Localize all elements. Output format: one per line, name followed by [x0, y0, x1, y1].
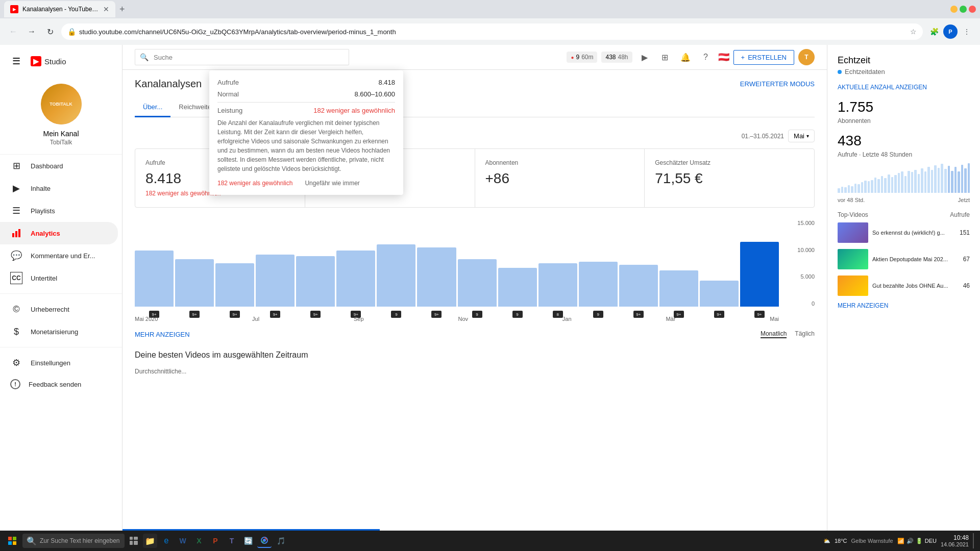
back-button[interactable]: ← — [6, 24, 20, 39]
active-tab[interactable]: ▶ Kanalanalysen - YouTube Studio ✕ — [4, 1, 115, 17]
taskbar-file-explorer-button[interactable]: 📁 — [143, 534, 157, 548]
sidebar-nav: ⊞ Dashboard ▶ Inhalte ☰ Playlists — [0, 155, 122, 531]
sidebar-item-analytics[interactable]: Analytics — [0, 222, 118, 244]
chart-container: 15.000 10.000 5.000 0 9+9+9+9+9+9+99+998… — [135, 220, 815, 322]
top-video-thumb-1 — [838, 222, 868, 243]
tab-close-button[interactable]: ✕ — [103, 5, 109, 13]
help-button[interactable]: ? — [698, 49, 714, 65]
toggle-taeglich[interactable]: Täglich — [795, 330, 815, 338]
mehr-anzeigen-button[interactable]: MEHR ANZEIGEN — [135, 331, 190, 338]
windows-start-button[interactable] — [4, 533, 20, 549]
chart-bar-5[interactable]: 9+ — [336, 251, 375, 307]
mini-bar-28 — [931, 170, 934, 193]
chart-bar-0[interactable]: 9+ — [135, 251, 174, 307]
chart-bar-10[interactable]: 8 — [538, 263, 577, 307]
sidebar-item-untertitel[interactable]: CC Untertitel — [0, 267, 122, 289]
reload-button[interactable]: ↻ — [43, 24, 57, 39]
taskbar-chrome-button[interactable] — [257, 534, 272, 548]
mini-bar-30 — [938, 168, 940, 193]
more-button[interactable]: ⋮ — [960, 24, 974, 39]
search-input[interactable] — [135, 49, 349, 65]
subscriber-label: Abonnenten — [838, 117, 970, 124]
chart-bar-4[interactable]: 9+ — [296, 256, 335, 307]
address-bar[interactable]: 🔒 studio.youtube.com/channel/UC6N5u-OiGz… — [61, 23, 923, 40]
taskbar-unknown1-button[interactable]: 🔄 — [241, 534, 255, 548]
channel-handle: TobiTalk — [50, 139, 72, 146]
create-button[interactable]: + ERSTELLEN — [733, 50, 794, 65]
erweiterter-modus-button[interactable]: ERWEITERTER MODUS — [740, 80, 815, 88]
extensions-button[interactable]: 🧩 — [927, 24, 941, 39]
chart-bar-14[interactable]: 9+ — [700, 281, 739, 307]
thumb-img-2 — [838, 249, 868, 269]
sidebar-item-einstellungen[interactable]: ⚙ Einstellungen — [0, 352, 122, 374]
mini-bar-22 — [911, 172, 914, 193]
taskbar-word-button[interactable]: W — [176, 534, 190, 548]
date-range-text: 01.–31.05.2021 — [742, 133, 784, 140]
sidebar-item-playlists[interactable]: ☰ Playlists — [0, 199, 122, 222]
umsatz-label: Geschätzter Umsatz — [655, 159, 804, 166]
chart-bar-15[interactable]: 9+ — [740, 242, 779, 307]
taskbar-search-button[interactable]: 🔍 Zur Suche Text hier eingeben — [22, 534, 125, 548]
taskbar-unknown2-button[interactable]: 🎵 — [274, 534, 288, 548]
grid-button[interactable]: ⊞ — [657, 49, 673, 65]
notifications-button[interactable]: 🔔 — [677, 49, 694, 65]
toggle-monatlich[interactable]: Monatlich — [761, 330, 787, 338]
avatar[interactable]: TOBITALK — [41, 84, 82, 124]
sidebar-item-urheberrecht[interactable]: © Urheberrecht — [0, 298, 122, 320]
chart-bar-7[interactable]: 9+ — [417, 247, 456, 307]
sidebar-item-dashboard[interactable]: ⊞ Dashboard — [0, 155, 122, 177]
urheberrecht-icon: © — [10, 303, 22, 315]
top-video-item-2[interactable]: Aktien Depotupdate Mai 202... 67 — [838, 249, 970, 269]
chart-bar-11[interactable]: 9 — [579, 262, 618, 307]
taskbar-powerpoint-button[interactable]: P — [208, 534, 223, 548]
sidebar-menu-button[interactable]: ☰ — [8, 53, 24, 69]
new-tab-button[interactable]: + — [115, 2, 129, 17]
chart-bar-6[interactable]: 9 — [377, 244, 415, 307]
svg-rect-10 — [134, 541, 138, 545]
chart-bar-9[interactable]: 9 — [498, 268, 537, 307]
tab-uebersicht[interactable]: Über... — [135, 98, 170, 117]
taskbar-teams-button[interactable]: T — [225, 534, 239, 548]
umsatz-value: 71,55 € — [655, 170, 804, 187]
chart-bar-12[interactable]: 9+ — [619, 265, 658, 307]
close-window-button[interactable] — [969, 6, 976, 13]
bookmark-star-icon[interactable]: ☆ — [910, 28, 917, 36]
show-desktop-button[interactable] — [973, 533, 976, 548]
maximize-button[interactable] — [960, 6, 967, 13]
sidebar: ☰ ▶ Studio TOBITALK Mein Kanal TobiTalk … — [0, 45, 122, 531]
chart-bar-3[interactable]: 9+ — [256, 255, 295, 307]
chart-bar-1[interactable]: 9+ — [175, 259, 214, 307]
chart-bar-2[interactable]: 9+ — [215, 263, 254, 307]
chart-section: 15.000 10.000 5.000 0 9+9+9+9+9+9+99+998… — [135, 220, 815, 338]
video-button[interactable]: ▶ — [636, 49, 653, 65]
top-video-item-1[interactable]: So erkennst du (wirklich!) g... 151 — [838, 222, 970, 243]
mehr-anzeigen-right-button[interactable]: MEHR ANZEIGEN — [838, 302, 888, 309]
user-avatar[interactable]: T — [798, 49, 815, 65]
top-videos-header: Top-Videos Aufrufe — [838, 211, 970, 218]
tooltip-metric1: 182 weniger als gewöhnlich — [217, 180, 292, 187]
chart-bar-8[interactable]: 9 — [458, 259, 497, 307]
mini-chart — [838, 162, 970, 193]
taskbar-clock[interactable]: 10:48 14.06.2021 — [941, 534, 969, 547]
chart-bars[interactable]: 9+9+9+9+9+9+99+99899+9+9+9+ — [135, 220, 779, 307]
top-video-info-2: Aktien Depotupdate Mai 202... — [872, 256, 959, 263]
sidebar-item-inhalte[interactable]: ▶ Inhalte — [0, 177, 122, 199]
taskbar-edge-button[interactable]: e — [159, 534, 174, 548]
monetarisierung-icon: $ — [10, 325, 22, 338]
profile-button[interactable]: P — [943, 24, 958, 39]
aktuelle-anzahl-button[interactable]: AKTUELLE ANZAHL ANZEIGEN — [838, 84, 927, 91]
minimize-button[interactable] — [950, 6, 958, 13]
thumb-img-3 — [838, 276, 868, 296]
taskbar-task-view-button[interactable] — [127, 534, 141, 548]
forward-button[interactable]: → — [24, 24, 39, 39]
echtzeit-badge: Echtzeitdaten — [838, 68, 970, 76]
sidebar-item-kommentare[interactable]: 💬 Kommentare und Er... — [0, 244, 122, 267]
sidebar-item-monetarisierung[interactable]: $ Monetarisierung — [0, 320, 122, 343]
top-video-item-3[interactable]: Gut bezahlte Jobs OHNE Au... 46 — [838, 276, 970, 296]
taskbar-excel-button[interactable]: X — [192, 534, 206, 548]
tab-bar: ▶ Kanalanalysen - YouTube Studio ✕ + — [0, 0, 980, 18]
x-label-mai: Mai — [770, 316, 779, 322]
chart-bar-13[interactable]: 9+ — [659, 270, 698, 307]
sidebar-item-feedback[interactable]: ! Feedback senden — [0, 374, 122, 394]
mini-bar-36 — [958, 171, 960, 193]
